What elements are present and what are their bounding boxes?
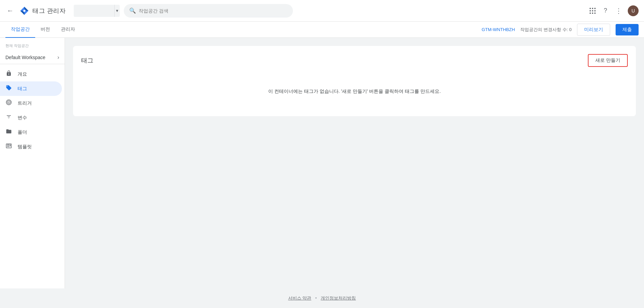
avatar[interactable]: U: [628, 5, 639, 16]
tab-workspace[interactable]: 작업공간: [5, 22, 35, 38]
sidebar-item-tags[interactable]: 태그: [0, 81, 62, 96]
container-button[interactable]: [74, 5, 114, 17]
sidebar-item-templates-label: 템플릿: [18, 144, 32, 150]
footer: 서비스 약관 • 개인정보처리방침: [0, 288, 644, 308]
new-button[interactable]: 새로 만들기: [588, 54, 628, 67]
main-layout: 현재 작업공간 Default Workspace › 개요 태그 트리거: [0, 38, 644, 288]
more-icon: ⋮: [615, 7, 622, 15]
workspace-item[interactable]: Default Workspace ›: [0, 51, 65, 64]
sidebar-item-folders[interactable]: 폴더: [0, 125, 62, 139]
sidebar-item-triggers-label: 트리거: [18, 100, 32, 106]
search-input[interactable]: [139, 8, 288, 14]
workspace-chevron-icon: ›: [58, 54, 59, 60]
workspace-name: Default Workspace: [5, 55, 45, 60]
changes-count: 작업공간의 변경사항 수: 0: [520, 27, 572, 33]
content-card: 태그 새로 만들기 이 컨테이너에는 태그가 없습니다. '새로 만들기' 버튼…: [73, 46, 636, 116]
sidebar-item-overview[interactable]: 개요: [0, 67, 62, 81]
app-title: 태그 관리자: [32, 7, 66, 15]
logo-icon: [19, 5, 30, 16]
help-button[interactable]: ?: [601, 4, 610, 17]
help-icon: ?: [604, 7, 607, 14]
grid-icon: [590, 8, 596, 14]
container-dropdown-button[interactable]: ▾: [114, 5, 120, 17]
nav-tab-right: GTM-WNTHBZH 작업공간의 변경사항 수: 0 미리보기 제출: [482, 24, 639, 36]
tab-version[interactable]: 버전: [35, 22, 55, 38]
sidebar-item-templates[interactable]: 템플릿: [0, 139, 62, 154]
svg-point-4: [8, 102, 9, 103]
grid-apps-button[interactable]: [587, 5, 598, 17]
tag-icon: [5, 85, 12, 93]
nav-tabs: 작업공간 버전 관리자 GTM-WNTHBZH 작업공간의 변경사항 수: 0 …: [0, 22, 644, 38]
footer-separator: •: [315, 296, 317, 301]
workspace-section-label: 현재 작업공간: [0, 43, 65, 51]
avatar-initial: U: [631, 8, 635, 14]
preview-button[interactable]: 미리보기: [577, 24, 610, 36]
logo: 태그 관리자: [19, 5, 66, 16]
sidebar-item-folders-label: 폴더: [18, 129, 27, 135]
card-title: 태그: [81, 56, 93, 65]
sidebar-item-overview-label: 개요: [18, 71, 27, 77]
top-bar: ← 태그 관리자 ▾ 🔍 ?: [0, 0, 644, 22]
sidebar-item-tags-label: 태그: [18, 86, 27, 92]
empty-message: 이 컨테이너에는 태그가 없습니다. '새로 만들기' 버튼을 클릭하여 태그를…: [81, 75, 628, 108]
submit-button[interactable]: 제출: [616, 24, 639, 35]
trigger-icon: [5, 99, 12, 107]
content-area: 태그 새로 만들기 이 컨테이너에는 태그가 없습니다. '새로 만들기' 버튼…: [65, 38, 644, 288]
sidebar-item-variables[interactable]: 변수: [0, 110, 62, 125]
svg-rect-1: [23, 10, 25, 12]
top-bar-right: ? ⋮ U: [587, 4, 639, 18]
more-options-button[interactable]: ⋮: [613, 4, 625, 18]
back-button[interactable]: ←: [5, 5, 15, 16]
card-header: 태그 새로 만들기: [81, 54, 628, 67]
sidebar-item-variables-label: 변수: [18, 115, 27, 121]
container-selector: ▾: [74, 5, 120, 17]
privacy-link[interactable]: 개인정보처리방침: [321, 296, 356, 301]
search-bar: 🔍: [124, 4, 293, 18]
tab-admin[interactable]: 관리자: [55, 22, 80, 38]
terms-link[interactable]: 서비스 약관: [288, 296, 312, 301]
variables-icon: [5, 114, 12, 122]
sidebar: 현재 작업공간 Default Workspace › 개요 태그 트리거: [0, 38, 65, 288]
gtm-id: GTM-WNTHBZH: [482, 27, 515, 32]
sidebar-item-triggers[interactable]: 트리거: [0, 96, 62, 110]
folder-icon: [5, 128, 12, 136]
search-icon: 🔍: [129, 7, 136, 14]
chevron-down-icon: ▾: [116, 8, 118, 13]
lock-icon: [5, 70, 12, 78]
template-icon: [5, 143, 12, 151]
